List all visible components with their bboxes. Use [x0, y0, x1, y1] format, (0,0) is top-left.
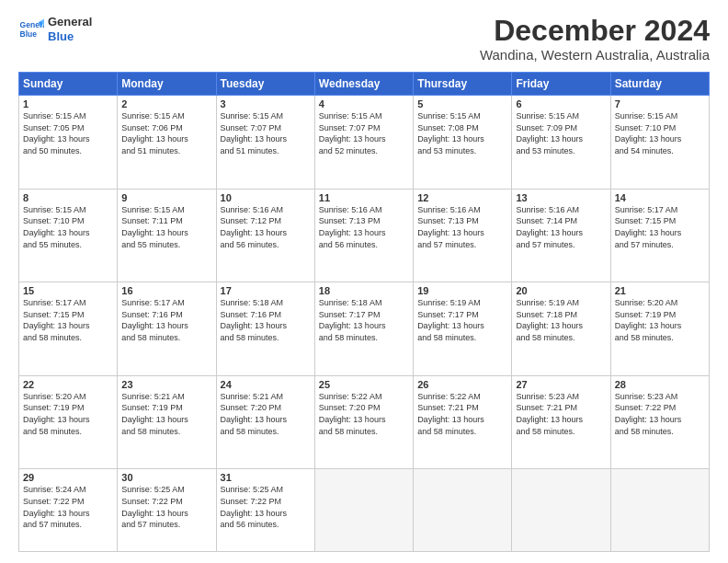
day-number: 3: [221, 98, 311, 109]
day-number: 19: [417, 285, 507, 296]
header-day-tuesday: Tuesday: [216, 73, 314, 96]
day-number: 9: [121, 192, 211, 203]
header-day-friday: Friday: [512, 73, 610, 96]
calendar-cell: 9Sunrise: 5:15 AM Sunset: 7:11 PM Daylig…: [118, 189, 216, 282]
calendar-cell: 28Sunrise: 5:23 AM Sunset: 7:22 PM Dayli…: [610, 375, 709, 469]
header: General Blue General Blue December 2024 …: [18, 15, 710, 63]
svg-text:Blue: Blue: [20, 29, 38, 38]
calendar-cell: 25Sunrise: 5:22 AM Sunset: 7:20 PM Dayli…: [314, 375, 413, 469]
day-number: 20: [516, 285, 606, 296]
calendar-cell: 1Sunrise: 5:15 AM Sunset: 7:05 PM Daylig…: [19, 96, 118, 190]
day-info: Sunrise: 5:18 AM Sunset: 7:17 PM Dayligh…: [319, 297, 409, 343]
calendar-cell: 15Sunrise: 5:17 AM Sunset: 7:15 PM Dayli…: [19, 282, 118, 376]
title-block: December 2024 Wandina, Western Australia…: [480, 15, 710, 63]
day-number: 13: [516, 192, 606, 203]
calendar-cell: 7Sunrise: 5:15 AM Sunset: 7:10 PM Daylig…: [610, 96, 709, 190]
day-info: Sunrise: 5:15 AM Sunset: 7:05 PM Dayligh…: [23, 110, 113, 156]
day-number: 16: [121, 285, 211, 296]
header-day-sunday: Sunday: [19, 73, 118, 96]
calendar-cell: 12Sunrise: 5:16 AM Sunset: 7:13 PM Dayli…: [414, 189, 512, 282]
day-number: 4: [319, 98, 409, 109]
day-info: Sunrise: 5:23 AM Sunset: 7:21 PM Dayligh…: [516, 391, 606, 437]
day-info: Sunrise: 5:19 AM Sunset: 7:18 PM Dayligh…: [516, 297, 606, 343]
day-info: Sunrise: 5:17 AM Sunset: 7:16 PM Dayligh…: [121, 297, 211, 343]
week-row-4: 22Sunrise: 5:20 AM Sunset: 7:19 PM Dayli…: [19, 375, 710, 469]
day-number: 7: [615, 98, 705, 109]
day-info: Sunrise: 5:15 AM Sunset: 7:09 PM Dayligh…: [516, 110, 606, 156]
day-number: 5: [417, 98, 507, 109]
calendar-cell: 3Sunrise: 5:15 AM Sunset: 7:07 PM Daylig…: [216, 96, 314, 190]
day-info: Sunrise: 5:19 AM Sunset: 7:17 PM Dayligh…: [417, 297, 507, 343]
day-info: Sunrise: 5:25 AM Sunset: 7:22 PM Dayligh…: [121, 484, 211, 530]
day-info: Sunrise: 5:15 AM Sunset: 7:07 PM Dayligh…: [319, 110, 409, 156]
page: General Blue General Blue December 2024 …: [0, 0, 728, 563]
day-number: 8: [23, 192, 113, 203]
day-number: 10: [221, 192, 311, 203]
calendar-cell: [414, 469, 512, 552]
calendar-cell: 29Sunrise: 5:24 AM Sunset: 7:22 PM Dayli…: [19, 469, 118, 552]
day-info: Sunrise: 5:15 AM Sunset: 7:11 PM Dayligh…: [121, 204, 211, 250]
day-info: Sunrise: 5:15 AM Sunset: 7:10 PM Dayligh…: [23, 204, 113, 250]
calendar-cell: 31Sunrise: 5:25 AM Sunset: 7:22 PM Dayli…: [216, 469, 314, 552]
calendar-cell: 2Sunrise: 5:15 AM Sunset: 7:06 PM Daylig…: [118, 96, 216, 190]
day-number: 1: [23, 98, 113, 109]
header-day-wednesday: Wednesday: [314, 73, 413, 96]
week-row-3: 15Sunrise: 5:17 AM Sunset: 7:15 PM Dayli…: [19, 282, 710, 376]
calendar-cell: 6Sunrise: 5:15 AM Sunset: 7:09 PM Daylig…: [512, 96, 610, 190]
header-day-saturday: Saturday: [610, 73, 709, 96]
calendar-cell: 26Sunrise: 5:22 AM Sunset: 7:21 PM Dayli…: [414, 375, 512, 469]
day-info: Sunrise: 5:16 AM Sunset: 7:13 PM Dayligh…: [417, 204, 507, 250]
day-info: Sunrise: 5:16 AM Sunset: 7:12 PM Dayligh…: [221, 204, 311, 250]
day-number: 11: [319, 192, 409, 203]
calendar-cell: [610, 469, 709, 552]
calendar-cell: 17Sunrise: 5:18 AM Sunset: 7:16 PM Dayli…: [216, 282, 314, 376]
calendar-cell: 22Sunrise: 5:20 AM Sunset: 7:19 PM Dayli…: [19, 375, 118, 469]
calendar-cell: 11Sunrise: 5:16 AM Sunset: 7:13 PM Dayli…: [314, 189, 413, 282]
day-info: Sunrise: 5:22 AM Sunset: 7:21 PM Dayligh…: [417, 391, 507, 437]
day-number: 26: [417, 379, 507, 390]
calendar-cell: 16Sunrise: 5:17 AM Sunset: 7:16 PM Dayli…: [118, 282, 216, 376]
calendar-cell: 14Sunrise: 5:17 AM Sunset: 7:15 PM Dayli…: [610, 189, 709, 282]
day-number: 6: [516, 98, 606, 109]
day-number: 28: [615, 379, 705, 390]
calendar-cell: 19Sunrise: 5:19 AM Sunset: 7:17 PM Dayli…: [414, 282, 512, 376]
day-number: 27: [516, 379, 606, 390]
week-row-5: 29Sunrise: 5:24 AM Sunset: 7:22 PM Dayli…: [19, 469, 710, 552]
calendar-cell: 21Sunrise: 5:20 AM Sunset: 7:19 PM Dayli…: [610, 282, 709, 376]
calendar-cell: 13Sunrise: 5:16 AM Sunset: 7:14 PM Dayli…: [512, 189, 610, 282]
day-number: 31: [221, 472, 311, 483]
header-day-thursday: Thursday: [414, 73, 512, 96]
day-info: Sunrise: 5:23 AM Sunset: 7:22 PM Dayligh…: [615, 391, 705, 437]
day-number: 24: [221, 379, 311, 390]
day-number: 22: [23, 379, 113, 390]
main-title: December 2024: [480, 15, 710, 47]
day-info: Sunrise: 5:16 AM Sunset: 7:14 PM Dayligh…: [516, 204, 606, 250]
calendar-cell: 24Sunrise: 5:21 AM Sunset: 7:20 PM Dayli…: [216, 375, 314, 469]
calendar-cell: 5Sunrise: 5:15 AM Sunset: 7:08 PM Daylig…: [414, 96, 512, 190]
logo-icon: General Blue: [18, 17, 44, 42]
calendar-cell: 23Sunrise: 5:21 AM Sunset: 7:19 PM Dayli…: [118, 375, 216, 469]
day-info: Sunrise: 5:21 AM Sunset: 7:19 PM Dayligh…: [121, 391, 211, 437]
day-info: Sunrise: 5:20 AM Sunset: 7:19 PM Dayligh…: [615, 297, 705, 343]
calendar-cell: [512, 469, 610, 552]
calendar-cell: 8Sunrise: 5:15 AM Sunset: 7:10 PM Daylig…: [19, 189, 118, 282]
subtitle: Wandina, Western Australia, Australia: [480, 47, 710, 63]
day-number: 25: [319, 379, 409, 390]
header-day-monday: Monday: [118, 73, 216, 96]
day-number: 23: [121, 379, 211, 390]
logo-blue: Blue: [48, 29, 92, 44]
calendar-header-row: SundayMondayTuesdayWednesdayThursdayFrid…: [19, 73, 710, 96]
week-row-2: 8Sunrise: 5:15 AM Sunset: 7:10 PM Daylig…: [19, 189, 710, 282]
day-number: 2: [121, 98, 211, 109]
day-number: 14: [615, 192, 705, 203]
calendar-cell: 4Sunrise: 5:15 AM Sunset: 7:07 PM Daylig…: [314, 96, 413, 190]
day-info: Sunrise: 5:15 AM Sunset: 7:06 PM Dayligh…: [121, 110, 211, 156]
day-info: Sunrise: 5:17 AM Sunset: 7:15 PM Dayligh…: [23, 297, 113, 343]
day-info: Sunrise: 5:15 AM Sunset: 7:07 PM Dayligh…: [221, 110, 311, 156]
day-number: 17: [221, 285, 311, 296]
logo-general: General: [48, 15, 92, 29]
calendar-cell: 27Sunrise: 5:23 AM Sunset: 7:21 PM Dayli…: [512, 375, 610, 469]
day-info: Sunrise: 5:25 AM Sunset: 7:22 PM Dayligh…: [221, 484, 311, 530]
day-info: Sunrise: 5:18 AM Sunset: 7:16 PM Dayligh…: [221, 297, 311, 343]
day-info: Sunrise: 5:20 AM Sunset: 7:19 PM Dayligh…: [23, 391, 113, 437]
